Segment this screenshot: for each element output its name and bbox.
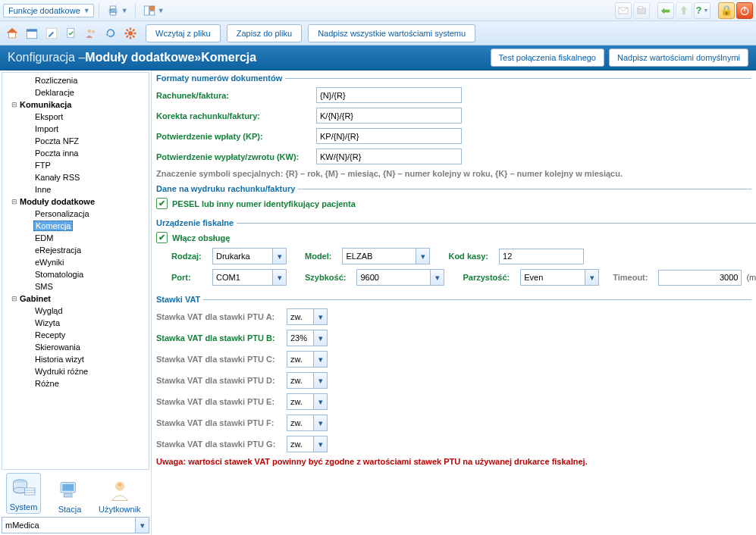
fiscal-timeout-label: Timeout: xyxy=(613,273,654,282)
override-system-button[interactable]: Nadpisz wszystkie wartościami systemu xyxy=(308,24,475,42)
format-input[interactable] xyxy=(316,87,462,103)
tree-item[interactable]: Personalizacja xyxy=(7,208,149,220)
config-tree-scroll[interactable]: RozliczeniaDeklaracje⊟KomunikacjaEksport… xyxy=(2,72,149,470)
scope-tab-system[interactable]: System xyxy=(6,473,41,514)
fiscal-kind-select[interactable]: Drukarka▾ xyxy=(212,248,287,264)
layout-dropdown[interactable]: ▼ xyxy=(140,2,167,20)
power-icon xyxy=(739,5,751,17)
vat-select[interactable]: 23%▾ xyxy=(287,330,328,346)
tree-item[interactable]: Poczta inna xyxy=(7,147,149,159)
nav-back-button[interactable]: ⬅ xyxy=(657,2,674,19)
tree-item[interactable]: Wygląd xyxy=(7,305,149,317)
svg-line-28 xyxy=(127,36,128,37)
svg-rect-17 xyxy=(67,28,74,37)
users-button[interactable] xyxy=(82,24,100,42)
tree-item[interactable]: Inne xyxy=(7,183,149,196)
sign-button[interactable] xyxy=(42,24,61,42)
vat-select[interactable]: zw.▾ xyxy=(287,393,328,410)
lock-button[interactable]: 🔒 xyxy=(718,2,735,19)
gear-button[interactable] xyxy=(121,24,140,42)
tree-item[interactable]: Komercja xyxy=(7,220,149,232)
user-doctor-icon xyxy=(105,477,135,503)
collapse-icon: ⊟ xyxy=(10,101,18,108)
vat-select[interactable]: zw.▾ xyxy=(287,415,328,431)
tree-item[interactable]: Stomatologia xyxy=(7,268,149,280)
tree-item[interactable]: Historia wizyt xyxy=(7,353,149,365)
tree-item[interactable]: Kanały RSS xyxy=(7,171,149,183)
vat-label: Stawka VAT dla stawki PTU C: xyxy=(156,355,282,364)
tree-item[interactable]: Recepty xyxy=(7,329,149,341)
group-legend: Urządzenie fiskalne xyxy=(156,218,237,227)
save-to-file-button[interactable]: Zapisz do pliku xyxy=(227,24,302,42)
tree-item[interactable]: Deklaracje xyxy=(7,86,149,99)
profile-select[interactable]: mMedica ▾ xyxy=(2,517,149,533)
tree-item[interactable]: SMS xyxy=(7,280,149,293)
tree-item[interactable]: Eksport xyxy=(7,111,149,123)
format-input[interactable] xyxy=(316,108,462,124)
home-button[interactable] xyxy=(3,24,21,42)
scope-tab-label: Użytkownik xyxy=(99,505,141,514)
reset-defaults-button[interactable]: Nadpisz wartościami domyślnymi xyxy=(609,48,748,67)
select-value: Even xyxy=(521,273,585,282)
fiscal-speed-select[interactable]: 9600▾ xyxy=(356,269,444,286)
power-button[interactable] xyxy=(736,2,753,19)
vat-select[interactable]: zw.▾ xyxy=(287,351,328,368)
tree-item[interactable]: ⊟Komunikacja xyxy=(7,99,149,111)
fiscal-enable-checkbox[interactable]: ✔ xyxy=(156,232,168,243)
scope-tab-stacja[interactable]: Stacja xyxy=(55,477,85,514)
group-legend: Dane na wydruku rachunku/faktury xyxy=(156,184,298,193)
tree-item[interactable]: ⊟Moduły dodatkowe xyxy=(7,196,149,208)
vat-select[interactable]: zw.▾ xyxy=(287,308,328,325)
fiscal-timeout-input[interactable] xyxy=(658,270,742,286)
select-value: zw. xyxy=(287,355,313,364)
svg-rect-6 xyxy=(149,11,154,14)
tree-item[interactable]: FTP xyxy=(7,159,149,171)
print-dropdown[interactable]: ▼ xyxy=(104,2,130,20)
tree-item[interactable]: Wydruki różne xyxy=(7,365,149,377)
tree-item[interactable]: eWyniki xyxy=(7,256,149,268)
fiscal-test-button[interactable]: Test połączenia fiskalnego xyxy=(491,48,604,67)
page-header: Konfiguracja – Moduły dodatkowe » Komerc… xyxy=(0,45,756,70)
vat-select[interactable]: zw.▾ xyxy=(287,436,328,452)
tree-item-label: Inne xyxy=(33,185,51,194)
tree-item[interactable]: Import xyxy=(7,123,149,135)
doc-check-button[interactable] xyxy=(62,24,80,42)
tree-item[interactable]: ⊟Gabinet xyxy=(7,293,149,305)
calendar-button[interactable] xyxy=(23,24,41,42)
config-tree: RozliczeniaDeklaracje⊟KomunikacjaEksport… xyxy=(2,73,149,391)
nav-up-button[interactable]: ⬆ xyxy=(676,2,692,19)
fiscal-parity-select[interactable]: Even▾ xyxy=(520,269,599,286)
tree-item[interactable]: Wizyta xyxy=(7,317,149,329)
format-label: Korekta rachunku/faktury: xyxy=(156,111,312,120)
tree-item-label: Kanały RSS xyxy=(33,173,80,182)
load-from-file-button[interactable]: Wczytaj z pliku xyxy=(146,24,221,42)
tree-item-label: Skierowania xyxy=(33,343,80,352)
tree-item[interactable]: Poczta NFZ xyxy=(7,135,149,147)
fiscal-parity-label: Parzystość: xyxy=(449,273,516,282)
format-input[interactable] xyxy=(316,149,462,164)
tree-item-label: eWyniki xyxy=(33,258,64,267)
format-input[interactable] xyxy=(316,128,462,144)
tree-item-label: Wizyta xyxy=(33,318,60,327)
chevron-down-icon: ▾ xyxy=(272,270,286,285)
fiscal-port-select[interactable]: COM1▾ xyxy=(212,269,287,286)
functions-dropdown[interactable]: Funkcje dodatkowe ▼ xyxy=(3,4,94,17)
vat-select[interactable]: zw.▾ xyxy=(287,372,328,389)
tree-item[interactable]: EDM xyxy=(7,232,149,244)
svg-rect-1 xyxy=(110,6,116,9)
fiscal-cashier-input[interactable] xyxy=(499,249,584,264)
tree-item[interactable]: Różne xyxy=(7,377,149,390)
chevron-down-icon: ▼ xyxy=(83,7,90,14)
help-icon: ? xyxy=(696,5,702,16)
database-icon xyxy=(8,475,39,501)
help-dropdown[interactable]: ?▼ xyxy=(694,2,711,19)
tree-item[interactable]: Skierowania xyxy=(7,341,149,353)
pesel-checkbox[interactable]: ✔ xyxy=(156,198,168,209)
fax-button[interactable] xyxy=(633,2,650,19)
mail-button[interactable] xyxy=(615,2,632,19)
fiscal-model-select[interactable]: ELZAB▾ xyxy=(342,248,430,264)
tree-item[interactable]: eRejestracja xyxy=(7,244,149,256)
refresh-button[interactable] xyxy=(102,24,120,42)
scope-tab-user[interactable]: Użytkownik xyxy=(99,477,141,514)
tree-item[interactable]: Rozliczenia xyxy=(7,74,149,86)
